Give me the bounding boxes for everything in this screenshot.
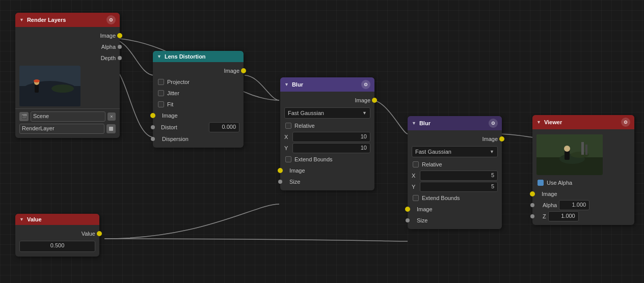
viewer-preview-image — [536, 134, 603, 175]
value-header: ▼ Value — [15, 214, 99, 225]
lens-collapse-arrow[interactable]: ▼ — [157, 54, 162, 59]
viewer-collapse-arrow[interactable]: ▼ — [536, 120, 541, 125]
viewer-node: ▼ Viewer ⊙ Use A — [532, 115, 634, 225]
blur2-collapse-arrow[interactable]: ▼ — [412, 121, 416, 126]
blur1-input-size-socket[interactable] — [278, 180, 282, 184]
fit-checkbox[interactable] — [158, 101, 164, 107]
jitter-row: Jitter — [153, 88, 244, 99]
blur2-output-socket[interactable] — [499, 136, 504, 142]
use-alpha-label: Use Alpha — [547, 180, 572, 186]
value-title: Value — [27, 216, 42, 222]
render-layers-icon: ⊙ — [106, 15, 116, 24]
value-output-row: Value — [15, 228, 99, 239]
blur2-dropdown[interactable]: Fast Gaussian ▼ — [412, 146, 498, 157]
use-alpha-checkbox[interactable] — [538, 180, 544, 186]
lens-output-image-label: Image — [224, 68, 239, 74]
blur1-collapse-arrow[interactable]: ▼ — [284, 82, 289, 87]
distort-socket[interactable] — [151, 125, 155, 129]
output-image-socket[interactable] — [117, 33, 122, 38]
blur2-input-size-socket[interactable] — [406, 218, 410, 222]
fit-label: Fit — [167, 101, 173, 107]
blur1-x-input[interactable]: 10 — [292, 132, 370, 142]
blur1-output-label: Image — [355, 97, 370, 103]
svg-rect-8 — [109, 127, 113, 131]
scene-row: 🎬 Scene × — [15, 110, 120, 123]
value-collapse-arrow[interactable]: ▼ — [19, 217, 24, 222]
blur1-extend-row: Extend Bounds — [280, 154, 374, 165]
blur1-input-image-label: Image — [289, 167, 305, 174]
viewer-alpha-socket[interactable] — [530, 203, 534, 207]
value-field-row: 0.500 — [15, 239, 99, 253]
blur2-y-label: Y — [412, 184, 418, 190]
lens-input-image-socket[interactable] — [150, 113, 155, 118]
blur2-dropdown-label: Fast Gaussian — [415, 149, 451, 155]
output-depth-label: Depth — [101, 55, 116, 61]
blur1-relative-checkbox[interactable] — [285, 123, 291, 129]
viewer-alpha-row: Alpha 1.000 — [532, 200, 634, 211]
blur2-dropdown-row: Fast Gaussian ▼ — [408, 145, 502, 159]
blur2-y-input[interactable]: 5 — [420, 182, 498, 192]
blur2-input-image-socket[interactable] — [405, 207, 410, 212]
blur1-input-size-row: Size — [280, 176, 374, 187]
value-output-label: Value — [82, 231, 95, 237]
lens-input-image-label: Image — [162, 112, 178, 119]
blur2-relative-row: Relative — [408, 159, 502, 170]
use-alpha-row: Use Alpha — [532, 177, 634, 188]
output-alpha-socket[interactable] — [118, 45, 122, 49]
viewer-z-input[interactable]: 1.000 — [548, 211, 579, 221]
blur1-extend-checkbox[interactable] — [285, 156, 291, 162]
projector-label: Projector — [167, 79, 190, 85]
svg-rect-15 — [581, 142, 584, 155]
blur1-y-input[interactable]: 10 — [292, 143, 370, 153]
output-depth-socket[interactable] — [118, 56, 122, 60]
output-image-label: Image — [100, 33, 116, 39]
render-layers-header: ▼ Render Layers ⊙ — [15, 13, 120, 27]
blur1-dropdown[interactable]: Fast Gaussian ▼ — [284, 107, 370, 119]
lens-output-image-socket[interactable] — [241, 68, 246, 73]
blur1-x-row: X 10 — [280, 131, 374, 143]
svg-point-13 — [564, 146, 570, 152]
scene-close-button[interactable]: × — [108, 112, 116, 121]
scene-select[interactable]: Scene — [31, 111, 105, 122]
blur2-x-input[interactable]: 5 — [420, 171, 498, 181]
blur1-output-socket[interactable] — [372, 98, 377, 103]
svg-point-4 — [51, 84, 74, 93]
blur1-icon: ⊙ — [361, 80, 370, 89]
blur2-dropdown-arrow: ▼ — [490, 149, 494, 154]
distort-label: Distort — [161, 124, 177, 130]
blur2-node: ▼ Blur ⊙ Image Fast Gaussian ▼ Relative … — [408, 116, 502, 229]
blur2-y-row: Y 5 — [408, 181, 502, 192]
output-depth-row: Depth — [15, 52, 120, 64]
render-layers-title: Render Layers — [27, 17, 66, 23]
value-output-socket[interactable] — [97, 231, 102, 236]
value-input[interactable]: 0.500 — [19, 241, 95, 252]
output-image-row: Image — [15, 30, 120, 41]
distort-row: Distort 0.000 — [153, 121, 244, 133]
blur1-input-image-socket[interactable] — [278, 168, 283, 173]
lens-input-image-row: Image — [153, 110, 244, 121]
viewer-preview — [536, 134, 603, 175]
blur2-output-row: Image — [408, 133, 502, 145]
blur2-relative-checkbox[interactable] — [413, 161, 419, 167]
projector-checkbox[interactable] — [158, 79, 164, 85]
output-alpha-label: Alpha — [101, 44, 116, 50]
blur2-input-size-label: Size — [417, 217, 427, 223]
blur2-extend-row: Extend Bounds — [408, 192, 502, 204]
dispersion-label: Dispersion — [162, 136, 189, 142]
value-node: ▼ Value Value 0.500 — [15, 214, 99, 257]
viewer-alpha-input[interactable]: 1.000 — [559, 200, 589, 210]
viewer-input-image-row: Image — [532, 188, 634, 200]
render-preview — [19, 66, 81, 106]
render-layer-select[interactable]: RenderLayer — [19, 124, 104, 134]
collapse-arrow[interactable]: ▼ — [19, 17, 24, 22]
blur2-x-label: X — [412, 173, 418, 179]
viewer-z-socket[interactable] — [530, 214, 534, 218]
blur2-input-size-row: Size — [408, 215, 502, 226]
jitter-checkbox[interactable] — [158, 90, 164, 96]
blur2-extend-checkbox[interactable] — [413, 195, 419, 201]
distort-input[interactable]: 0.000 — [209, 122, 239, 132]
render-button[interactable] — [106, 124, 116, 133]
dispersion-socket[interactable] — [151, 137, 155, 141]
blur1-dropdown-label: Fast Gaussian — [288, 110, 324, 116]
viewer-input-image-socket[interactable] — [530, 191, 535, 196]
